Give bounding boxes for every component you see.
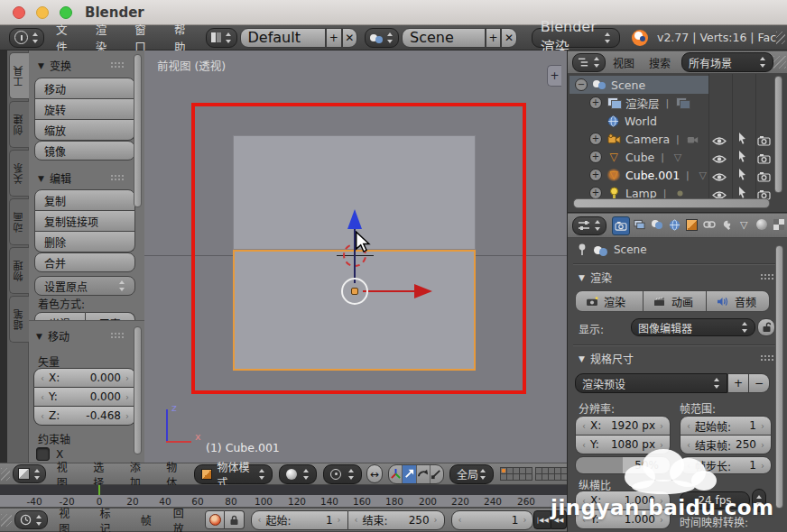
outliner-row-scene[interactable]: − Scene bbox=[575, 76, 645, 94]
constraint-x-checkbox[interactable] bbox=[36, 447, 50, 461]
shade-smooth-button[interactable]: 光滑 bbox=[34, 312, 86, 320]
tab-tools[interactable]: 工具 bbox=[9, 52, 29, 99]
header-resize-grip[interactable] bbox=[1, 468, 10, 481]
visibility-eye-toggle[interactable] bbox=[712, 169, 728, 181]
lock-interface-button[interactable] bbox=[757, 318, 775, 336]
increment-arrow[interactable]: › bbox=[125, 392, 129, 402]
tab-scene[interactable] bbox=[649, 216, 665, 234]
visibility-eye-toggle[interactable] bbox=[712, 187, 728, 199]
transform-panel-header[interactable]: ▼ 变换 bbox=[38, 58, 125, 73]
tab-render[interactable] bbox=[612, 216, 630, 235]
decrement-arrow[interactable]: ‹ bbox=[687, 440, 690, 450]
tab-animation[interactable]: 动画 bbox=[9, 198, 29, 245]
manipulate-centers-toggle[interactable]: ↔ bbox=[366, 464, 384, 483]
decrement-arrow[interactable]: ‹ bbox=[687, 421, 690, 431]
translate-manipulator-toggle[interactable] bbox=[402, 465, 415, 483]
menu-search[interactable]: 搜索 bbox=[649, 55, 671, 70]
decrement-arrow[interactable]: ‹ bbox=[355, 515, 358, 525]
render-animation-button[interactable]: 动画 bbox=[643, 290, 707, 312]
decrement-arrow[interactable]: ‹ bbox=[41, 373, 44, 383]
expand-plus-icon[interactable]: + bbox=[589, 96, 602, 109]
outliner-filter-dropdown[interactable]: 所有场景 bbox=[681, 52, 773, 72]
editor-type-selector[interactable] bbox=[9, 28, 44, 48]
outliner-vertical-scrollbar[interactable] bbox=[774, 76, 782, 193]
close-window-button[interactable] bbox=[13, 6, 25, 19]
outliner-row-cube[interactable]: + ▽ Cube | ▽ bbox=[589, 148, 690, 166]
layers-grid-1[interactable] bbox=[500, 468, 532, 481]
shade-flat-button[interactable]: 平直 bbox=[86, 312, 136, 320]
menu-playback[interactable]: 回放 bbox=[173, 505, 192, 532]
timeline-ruler[interactable]: -40 -20 0 20 40 60 80 100 120 140 160 18… bbox=[0, 495, 567, 508]
menu-view[interactable]: 视图 bbox=[613, 55, 634, 70]
tab-object-data[interactable]: ▽ bbox=[736, 216, 752, 234]
tool-shelf-scrollbar[interactable] bbox=[134, 54, 142, 207]
move-x-field[interactable]: ‹ X: 0.000 › bbox=[33, 368, 136, 388]
outliner-row-world[interactable]: World bbox=[606, 112, 657, 130]
tab-constraints[interactable] bbox=[700, 216, 717, 234]
move-operator-header[interactable]: ▼ 移动 bbox=[36, 328, 125, 344]
increment-arrow[interactable]: › bbox=[125, 373, 129, 383]
increment-arrow[interactable]: › bbox=[660, 440, 663, 450]
menu-render[interactable]: 渲染 bbox=[96, 21, 112, 55]
outliner-row-cube-001[interactable]: + ▽ Cube.001 | ▽ bbox=[589, 166, 715, 184]
editor-type-selector[interactable] bbox=[14, 510, 48, 529]
current-frame-field[interactable]: ‹ 1 › bbox=[451, 510, 534, 530]
tab-relations[interactable]: 关系 bbox=[9, 150, 29, 197]
renderability-camera-toggle[interactable] bbox=[757, 133, 773, 145]
z-axis-arrow-manipulator[interactable] bbox=[347, 209, 362, 229]
manipulator-widget-toggle[interactable] bbox=[389, 465, 402, 483]
decrement-arrow[interactable]: ‹ bbox=[458, 515, 462, 525]
translate-button[interactable]: 移动 bbox=[34, 78, 135, 99]
decrement-arrow[interactable]: ‹ bbox=[258, 515, 262, 525]
add-preset-button[interactable]: + bbox=[727, 373, 749, 393]
expand-plus-icon[interactable]: + bbox=[589, 133, 602, 145]
tab-material[interactable] bbox=[753, 216, 769, 234]
scale-button[interactable]: 缩放 bbox=[34, 120, 135, 141]
resolution-x-field[interactable]: ‹ X: 1920 px › bbox=[575, 416, 671, 436]
selectability-cursor-toggle[interactable] bbox=[737, 168, 754, 180]
frame-end-field[interactable]: ‹ 结束: 250 › bbox=[348, 510, 445, 530]
set-origin-dropdown[interactable]: 设置原点 bbox=[34, 276, 135, 296]
menu-window[interactable]: 窗口 bbox=[134, 21, 151, 55]
maximize-window-button[interactable] bbox=[60, 6, 72, 19]
visibility-eye-toggle[interactable] bbox=[712, 133, 728, 145]
properties-scrollbar[interactable] bbox=[775, 245, 783, 509]
x-axis-arrow-manipulator[interactable] bbox=[414, 284, 432, 298]
delete-layout-button[interactable]: ✕ bbox=[342, 28, 358, 48]
frame-start-field[interactable]: ‹ 起始: 1 › bbox=[251, 510, 348, 530]
scene-name-field[interactable]: Scene bbox=[402, 28, 486, 48]
editor-type-selector[interactable] bbox=[13, 464, 46, 483]
header-resize-grip[interactable] bbox=[776, 32, 785, 44]
drag-dots-icon[interactable] bbox=[110, 61, 125, 69]
tab-grease-pencil[interactable]: 蜡笔 bbox=[9, 296, 29, 343]
editor-type-selector[interactable] bbox=[572, 216, 606, 235]
drag-dots-icon[interactable] bbox=[760, 354, 774, 362]
renderability-camera-toggle[interactable] bbox=[757, 151, 773, 163]
av-sync-toggle[interactable] bbox=[205, 510, 225, 529]
increment-arrow[interactable]: › bbox=[761, 461, 764, 471]
pin-icon[interactable] bbox=[577, 243, 588, 256]
tab-texture[interactable] bbox=[771, 216, 787, 234]
add-scene-button[interactable]: + bbox=[486, 28, 502, 48]
outliner-horizontal-scrollbar[interactable] bbox=[573, 198, 770, 208]
outliner-row-camera[interactable]: + Camera | bbox=[589, 130, 705, 148]
drag-dots-icon[interactable] bbox=[110, 332, 125, 340]
tab-object[interactable] bbox=[683, 216, 699, 234]
scene-selector-icon-button[interactable] bbox=[365, 28, 399, 48]
layout-name-field[interactable]: Default bbox=[240, 28, 327, 48]
visibility-eye-toggle[interactable] bbox=[712, 151, 728, 163]
frame-start-field[interactable]: ‹ 起始帧: 1 › bbox=[680, 416, 772, 436]
render-still-button[interactable]: 渲染 bbox=[575, 290, 643, 312]
timeline-track-area[interactable] bbox=[0, 485, 567, 495]
increment-arrow[interactable]: › bbox=[761, 421, 764, 431]
add-layout-button[interactable]: + bbox=[326, 28, 342, 48]
tab-physics[interactable]: 物理 bbox=[9, 247, 29, 294]
move-y-field[interactable]: ‹ Y: 0.000 › bbox=[33, 388, 136, 407]
tab-modifiers[interactable] bbox=[718, 216, 735, 234]
mirror-button[interactable]: 镜像 bbox=[34, 141, 135, 161]
delete-button[interactable]: 删除 bbox=[34, 232, 135, 252]
selectability-cursor-toggle[interactable] bbox=[737, 150, 754, 162]
renderability-camera-toggle[interactable] bbox=[757, 169, 773, 181]
rotate-button[interactable]: 旋转 bbox=[34, 99, 135, 120]
decrement-arrow[interactable]: ‹ bbox=[582, 440, 586, 450]
